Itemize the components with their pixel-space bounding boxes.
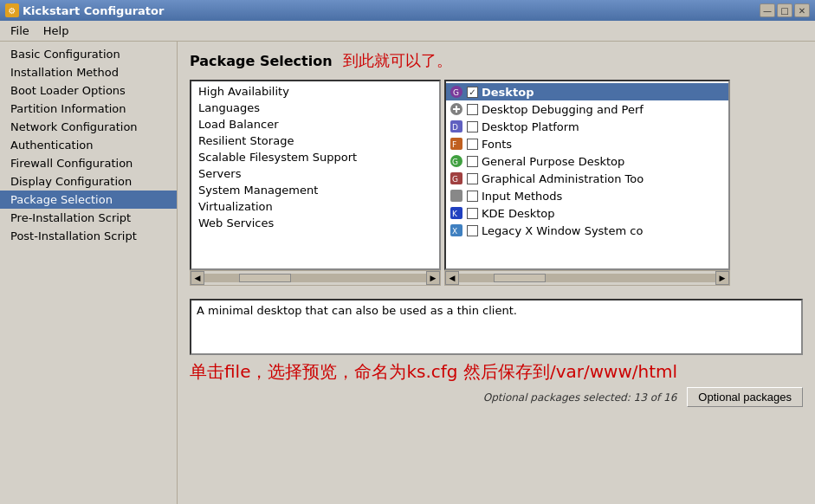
sidebar-item-boot-loader[interactable]: Boot Loader Options <box>0 81 177 100</box>
sidebar: Basic Configuration Installation Method … <box>0 42 178 504</box>
sidebar-item-network-config[interactable]: Network Configuration <box>0 118 177 136</box>
content-header: Package Selection 到此就可以了。 <box>190 50 803 71</box>
hscroll-track[interactable] <box>204 274 426 282</box>
list-item[interactable]: Virtualization <box>191 198 439 215</box>
package-description: A minimal desktop that can also be used … <box>190 299 803 355</box>
panels-row: High Availability Languages Load Balance… <box>190 80 803 292</box>
section-title: Package Selection <box>190 53 333 69</box>
scroll-right-btn[interactable]: ▶ <box>426 271 440 285</box>
right-list-item-legacy-x[interactable]: X Legacy X Window System co <box>446 222 728 239</box>
right-hscrollbar[interactable]: ◀ ▶ <box>444 270 730 286</box>
fonts-icon: F <box>450 137 463 151</box>
optional-packages-button[interactable]: Optional packages <box>687 387 803 407</box>
sidebar-item-display-config[interactable]: Display Configuration <box>0 172 177 191</box>
bottom-annotation: 单击file，选择预览，命名为ks.cfg 然后保存到/var/www/html <box>190 360 803 384</box>
package-checkbox[interactable] <box>467 173 478 184</box>
graphical-icon: G <box>450 171 463 185</box>
right-list-item-kde[interactable]: K KDE Desktop <box>446 204 728 222</box>
svg-text:D: D <box>452 123 458 132</box>
kde-icon: K <box>450 206 463 220</box>
scroll-left-btn[interactable]: ◀ <box>445 271 459 285</box>
general-icon: G <box>450 154 463 168</box>
list-item[interactable]: Resilient Storage <box>191 132 439 149</box>
list-item[interactable]: Languages <box>191 100 439 116</box>
right-panel: G Desktop <box>444 80 730 292</box>
svg-text:G: G <box>452 175 458 184</box>
package-label: Fonts <box>482 138 512 151</box>
left-package-list[interactable]: High Availability Languages Load Balance… <box>190 80 441 270</box>
right-list-item-debugging[interactable]: Desktop Debugging and Perf <box>446 100 728 118</box>
header-annotation: 到此就可以了。 <box>343 50 452 71</box>
sidebar-item-pre-install[interactable]: Pre-Installation Script <box>0 209 177 227</box>
package-label: Legacy X Window System co <box>482 224 643 237</box>
main-content: Basic Configuration Installation Method … <box>0 42 815 504</box>
legacy-icon: X <box>450 223 463 237</box>
sidebar-item-partition-info[interactable]: Partition Information <box>0 100 177 118</box>
hscroll-thumb[interactable] <box>494 274 546 282</box>
package-checkbox[interactable] <box>467 139 478 150</box>
right-list-item-platform[interactable]: D Desktop Platform <box>446 118 728 135</box>
hscroll-thumb[interactable] <box>239 274 291 282</box>
menu-bar: File Help <box>0 21 815 42</box>
sidebar-item-basic-config[interactable]: Basic Configuration <box>0 45 177 63</box>
sidebar-item-firewall-config[interactable]: Firewall Configuration <box>0 154 177 172</box>
title-bar: ⚙ Kickstart Configurator — □ ✕ <box>0 0 815 21</box>
left-panel: High Availability Languages Load Balance… <box>190 80 441 292</box>
restore-button[interactable]: □ <box>777 3 792 17</box>
hscroll-track[interactable] <box>459 274 715 282</box>
file-menu[interactable]: File <box>3 23 36 39</box>
list-item[interactable]: Scalable Filesystem Support <box>191 149 439 165</box>
svg-text:X: X <box>452 227 457 236</box>
list-item[interactable]: Web Services <box>191 215 439 231</box>
svg-text:F: F <box>452 140 456 149</box>
package-checkbox[interactable] <box>467 156 478 167</box>
left-hscrollbar[interactable]: ◀ ▶ <box>190 270 441 286</box>
package-label: Desktop Debugging and Perf <box>482 103 644 116</box>
app-icon: ⚙ <box>5 3 19 17</box>
scroll-left-btn[interactable]: ◀ <box>191 271 204 285</box>
input-icon <box>450 189 463 203</box>
list-item[interactable]: High Availability <box>191 83 439 100</box>
close-button[interactable]: ✕ <box>794 3 810 17</box>
window-controls[interactable]: — □ ✕ <box>760 3 810 17</box>
sidebar-item-package-selection[interactable]: Package Selection <box>0 191 177 209</box>
minimize-button[interactable]: — <box>760 3 775 17</box>
sidebar-item-installation-method[interactable]: Installation Method <box>0 63 177 81</box>
list-item[interactable]: System Management <box>191 182 439 198</box>
package-label: General Purpose Desktop <box>482 155 624 168</box>
package-label: Graphical Administration Too <box>482 172 644 185</box>
package-checkbox[interactable] <box>467 104 478 115</box>
right-list-item-general-desktop[interactable]: G General Purpose Desktop <box>446 152 728 170</box>
right-list-item-desktop[interactable]: G Desktop <box>446 83 728 100</box>
package-checkbox[interactable] <box>467 225 478 236</box>
sidebar-item-authentication[interactable]: Authentication <box>0 136 177 154</box>
package-label: Desktop Platform <box>482 120 579 133</box>
package-checkbox[interactable] <box>467 87 478 98</box>
package-label: KDE Desktop <box>482 207 555 220</box>
right-list-item-fonts[interactable]: F Fonts <box>446 135 728 152</box>
platform-icon: D <box>450 120 463 133</box>
right-list-item-graphical-admin[interactable]: G Graphical Administration Too <box>446 170 728 187</box>
svg-text:G: G <box>453 88 459 97</box>
package-label: Input Methods <box>482 190 562 203</box>
tool-icon <box>450 102 463 116</box>
gnome-icon: G <box>450 85 463 99</box>
list-item[interactable]: Load Balancer <box>191 116 439 132</box>
package-checkbox[interactable] <box>467 191 478 202</box>
svg-rect-13 <box>450 190 462 202</box>
content-area: Package Selection 到此就可以了。 High Availabil… <box>178 42 815 504</box>
package-label: Desktop <box>482 86 534 99</box>
svg-text:G: G <box>452 158 458 166</box>
list-item[interactable]: Servers <box>191 165 439 182</box>
package-checkbox[interactable] <box>467 208 478 219</box>
right-list-item-input[interactable]: Input Methods <box>446 187 728 204</box>
window-title: Kickstart Configurator <box>23 4 164 17</box>
right-package-list[interactable]: G Desktop <box>444 80 730 270</box>
optional-packages-status: Optional packages selected: 13 of 16 <box>483 391 677 404</box>
sidebar-item-post-install[interactable]: Post-Installation Script <box>0 227 177 245</box>
scroll-right-btn[interactable]: ▶ <box>715 271 729 285</box>
status-row: Optional packages selected: 13 of 16 Opt… <box>190 387 803 407</box>
package-checkbox[interactable] <box>467 121 478 132</box>
help-menu[interactable]: Help <box>36 23 76 39</box>
title-bar-left: ⚙ Kickstart Configurator <box>5 3 164 17</box>
